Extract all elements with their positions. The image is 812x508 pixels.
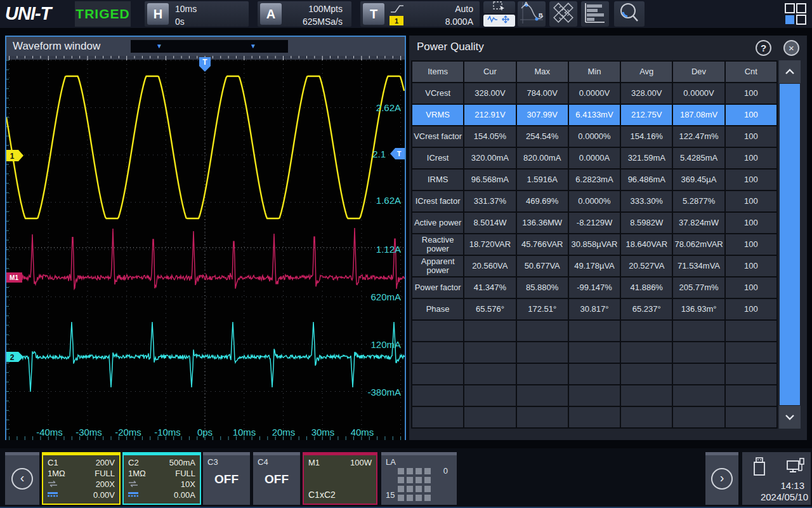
pq-cell: 212.91V — [464, 104, 516, 126]
select-region-icon — [492, 1, 506, 13]
scroll-track[interactable] — [780, 84, 800, 405]
time-label: -20ms — [108, 427, 148, 438]
close-icon: × — [789, 37, 794, 60]
c2-label: C2 — [128, 458, 139, 467]
waveform-plot[interactable]: TT1M12 2.62A2.11.62A1.12A620mA120mA-380m… — [6, 56, 405, 440]
pq-cell: 333.30% — [620, 190, 672, 212]
pq-cell: 100 — [725, 126, 777, 147]
amplitude-label: -380mA — [350, 387, 401, 398]
pq-row-power-factor[interactable]: Power factor41.347%85.880%-99.147%41.886… — [412, 277, 777, 298]
waveform-source-dropdown[interactable]: ▼ ▼ — [131, 40, 288, 53]
pq-row-active-power[interactable]: Active power8.5014W136.36MW-8.2129W8.598… — [412, 212, 777, 234]
bottom-bar: ‹ C1200V 1MΩFULL 200X 0.00V C2500mA 1MΩF… — [0, 448, 812, 508]
la-bit — [424, 477, 431, 483]
pq-empty-cell — [464, 342, 516, 363]
pq-empty-cell — [412, 363, 464, 385]
c1-impedance: 1MΩ — [48, 469, 65, 478]
c1-range: 200V — [96, 458, 115, 467]
trigger-settings-button[interactable]: T 1 Auto 8.000A — [360, 1, 480, 27]
pq-table-head: ItemsCurMaxMinAvgDevCnt — [412, 61, 777, 83]
pq-row-icrest[interactable]: ICrest320.00mA820.00mA0.0000A321.59mA5.4… — [412, 147, 777, 169]
pq-row-reactive-power[interactable]: Reactive power18.720VAR45.766VAR30.858µV… — [412, 234, 777, 255]
pq-empty-cell — [464, 385, 516, 406]
histogram-button[interactable] — [581, 1, 609, 27]
pq-row-icrest-factor[interactable]: ICrest factor331.37%469.69%0.0000%333.30… — [412, 190, 777, 212]
svg-text:A: A — [524, 1, 528, 7]
pq-cell: 136.93m° — [672, 298, 724, 320]
pq-cell: VCrest — [412, 83, 464, 104]
select-region-button[interactable] — [483, 1, 515, 13]
math-tile-m1[interactable]: M1100W C1xC2 — [303, 452, 377, 505]
channel-tile-c1[interactable]: C1200V 1MΩFULL 200X 0.00V — [42, 452, 121, 505]
status-tile[interactable]: 14:13 2024/05/10 — [742, 452, 811, 505]
pq-empty-cell — [672, 385, 724, 406]
pq-cell: 96.568mA — [464, 169, 516, 190]
time-label: 40ms — [342, 427, 383, 438]
close-button[interactable]: × — [783, 40, 799, 56]
pq-row-apparent-power[interactable]: Apparent power20.560VA50.677VA49.178µVA2… — [412, 255, 777, 277]
pq-empty-cell — [672, 406, 724, 428]
acquire-settings-button[interactable]: A 100Mpts 625MSa/s — [258, 1, 351, 27]
pq-empty-cell — [568, 342, 620, 363]
pq-empty-cell — [464, 406, 516, 428]
brand-logo: UNI-T — [5, 3, 51, 24]
channel-tile-c2[interactable]: C2500mA 1MΩFULL 10X 0.00A — [122, 452, 201, 505]
pq-row-vcrest-factor[interactable]: VCrest factor154.05%254.54%0.0000%154.16… — [412, 126, 777, 147]
amplitude-label: 120mA — [350, 339, 401, 350]
measure-button[interactable] — [549, 1, 577, 27]
display-layout-button[interactable] — [784, 3, 807, 25]
pq-empty-cell — [620, 406, 672, 428]
pq-empty-row — [412, 385, 777, 406]
pq-row-vrms[interactable]: VRMS212.91V307.99V6.4133mV212.75V187.08m… — [412, 104, 777, 126]
scroll-down-button[interactable] — [779, 406, 801, 429]
xy-graph-button[interactable]: A B — [518, 1, 546, 27]
search-button[interactable] — [614, 1, 645, 27]
la-bit — [416, 468, 422, 474]
pq-row-irms[interactable]: IRMS96.568mA1.5916A6.2823mA96.486mA369.4… — [412, 169, 777, 190]
scroll-up-button[interactable] — [779, 60, 801, 83]
pq-empty-cell — [568, 406, 620, 428]
svg-text:1: 1 — [10, 152, 15, 161]
pq-column-header: Min — [568, 61, 620, 83]
amplitude-label: 2.1 — [335, 149, 386, 159]
pq-empty-row — [412, 320, 777, 342]
pq-row-phase[interactable]: Phase65.576°172.51°30.817°65.237°136.93m… — [412, 298, 777, 320]
pq-empty-cell — [516, 363, 568, 385]
help-button[interactable]: ? — [756, 40, 771, 56]
pq-cell: 0.0000V — [672, 83, 724, 104]
waveform-move-button[interactable] — [483, 15, 515, 27]
channel-tile-c4[interactable]: C4 OFF — [253, 452, 300, 505]
channel-scroll-left-button[interactable]: ‹ — [5, 452, 39, 505]
channel-tile-c3[interactable]: C3 OFF — [203, 452, 250, 505]
acquire-letter: A — [260, 3, 282, 25]
pq-cell: VCrest factor — [412, 126, 464, 147]
pq-cell: 85.880% — [516, 277, 568, 298]
trigger-level: 8.000A — [445, 15, 473, 28]
dc-coupling-icon — [48, 490, 58, 500]
pq-cell: 212.75V — [620, 104, 672, 126]
pq-empty-cell — [620, 320, 672, 342]
pq-cell: ICrest factor — [412, 190, 464, 212]
pq-row-vcrest[interactable]: VCrest328.00V784.00V0.0000V328.00V0.0000… — [412, 83, 777, 104]
network-icon — [787, 457, 804, 479]
logic-tile-la[interactable]: LA 0 15 — [381, 452, 457, 505]
pq-empty-cell — [725, 342, 777, 363]
pq-cell: IRMS — [412, 169, 464, 190]
pq-empty-cell — [412, 406, 464, 428]
histogram-icon — [584, 2, 606, 26]
pq-cell: 122.47m% — [672, 126, 724, 147]
m1-range: 100W — [350, 458, 372, 467]
pq-cell: 100 — [725, 255, 777, 277]
channel-scroll-right-button[interactable]: › — [705, 452, 738, 505]
pq-cell: Active power — [412, 212, 464, 234]
search-icon — [617, 1, 641, 27]
pq-empty-cell — [516, 320, 568, 342]
pq-empty-cell — [672, 363, 724, 385]
pq-cell: 41.886% — [620, 277, 672, 298]
horizontal-settings-button[interactable]: H 10ms 0s — [145, 1, 249, 27]
pq-cell: 50.677VA — [516, 255, 568, 277]
pq-cell: 100 — [725, 147, 777, 169]
power-quality-header: Power Quality ? × — [409, 36, 807, 60]
amplitude-label: 2.62A — [350, 102, 401, 113]
la-bit — [416, 486, 422, 492]
